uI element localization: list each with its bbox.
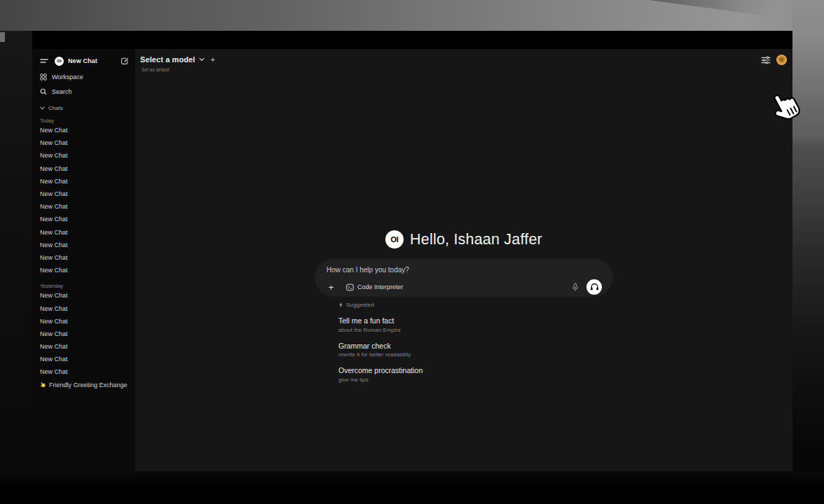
desktop: OI New Chat — [0, 0, 824, 504]
chat-list-item[interactable]: New Chat — [40, 264, 129, 276]
message-input[interactable] — [327, 266, 602, 274]
chat-list-yesterday: New ChatNew ChatNew ChatNew ChatNew Chat… — [40, 289, 129, 378]
microphone-icon[interactable] — [572, 283, 579, 292]
headphones-icon — [590, 283, 599, 291]
wave-emoji-icon — [40, 382, 46, 388]
suggested-section: Suggested Tell me a fun fact about the R… — [338, 302, 612, 383]
sidebar-item-workspace[interactable]: Workspace — [40, 72, 129, 81]
chat-list-item[interactable]: New Chat — [40, 328, 129, 340]
suggestion-item[interactable]: Tell me a fun fact about the Roman Empir… — [338, 316, 612, 333]
chat-list-item[interactable]: New Chat — [40, 302, 129, 314]
code-interpreter-label: Code Interpreter — [357, 284, 404, 290]
code-interpreter-icon — [346, 284, 354, 291]
new-chat-icon[interactable] — [121, 57, 129, 65]
chat-list-item[interactable]: New Chat — [40, 175, 129, 188]
app-window: OI New Chat — [32, 31, 792, 471]
app-logo-text: OI — [57, 59, 61, 63]
desktop-backdrop-right — [792, 0, 824, 504]
chat-list-item[interactable]: New Chat — [40, 340, 129, 353]
sidebar-toggle-icon[interactable] — [40, 57, 48, 64]
suggestion-item[interactable]: Grammar check rewrite it for better read… — [338, 342, 612, 358]
greeting-text: Hello, Ishaan Jaffer — [410, 231, 542, 248]
chat-list-item[interactable]: New Chat — [40, 226, 129, 239]
suggestion-subtitle: about the Roman Empire — [338, 327, 612, 333]
controls-sliders-icon[interactable] — [761, 56, 771, 64]
main-panel: Select a model + Set as default — [135, 49, 792, 471]
chevron-down-icon — [40, 106, 45, 110]
chat-list-item[interactable]: New Chat — [40, 289, 129, 302]
chat-list-today: New ChatNew ChatNew ChatNew ChatNew Chat… — [40, 124, 129, 276]
suggestion-list: Tell me a fun fact about the Roman Empir… — [338, 316, 612, 383]
app-logo-text: OI — [391, 235, 399, 244]
chat-list-item[interactable]: New Chat — [40, 200, 129, 213]
chat-list-item[interactable]: New Chat — [40, 162, 129, 175]
suggestion-title: Tell me a fun fact — [338, 316, 612, 325]
desktop-backdrop-chip — [0, 32, 5, 42]
suggestion-subtitle: give me tips — [338, 377, 612, 383]
model-selector[interactable]: Select a model + — [140, 55, 215, 64]
suggestion-item[interactable]: Overcome procrastination give me tips — [338, 366, 612, 383]
chat-list-item[interactable]: New Chat — [40, 213, 129, 225]
code-interpreter-toggle[interactable]: Code Interpreter — [346, 284, 404, 291]
app-logo: OI — [55, 57, 64, 66]
user-avatar[interactable] — [776, 55, 787, 65]
window-titlebar — [32, 31, 792, 49]
chat-list-item[interactable]: New Chat — [40, 188, 129, 200]
sidebar-item-search[interactable]: Search — [40, 87, 129, 96]
sidebar-title: New Chat — [68, 57, 97, 64]
desktop-backdrop-bottom — [0, 471, 824, 504]
sidebar-item-label: Workspace — [52, 74, 83, 80]
voice-call-button[interactable] — [586, 279, 602, 295]
chat-list-item-friendly-greeting[interactable]: Friendly Greeting Exchange — [40, 379, 129, 391]
chat-list-item[interactable]: New Chat — [40, 149, 129, 162]
chat-list-item[interactable]: New Chat — [40, 251, 129, 264]
greeting-row: OI Hello, Ishaan Jaffer — [315, 229, 612, 250]
attach-button[interactable]: + — [327, 283, 336, 292]
sidebar-item-label: Search — [52, 88, 72, 95]
chat-list-item[interactable]: New Chat — [40, 136, 129, 149]
chat-list-item[interactable]: New Chat — [40, 353, 129, 365]
search-icon — [40, 88, 47, 95]
bolt-icon — [338, 302, 343, 308]
chat-title: Friendly Greeting Exchange — [49, 382, 128, 388]
chats-section-label: Chats — [48, 105, 63, 111]
chat-list-item[interactable]: New Chat — [40, 315, 129, 328]
message-composer: + Code Interpreter — [315, 259, 612, 296]
chat-list-item[interactable]: New Chat — [40, 124, 129, 136]
workspace-icon — [40, 74, 47, 80]
desktop-backdrop-left — [0, 31, 32, 471]
chat-list-item[interactable]: New Chat — [40, 239, 129, 251]
suggestion-subtitle: rewrite it for better readability — [338, 351, 612, 358]
model-selector-label: Select a model — [140, 55, 195, 64]
chat-group-label-today: Today — [40, 117, 129, 124]
chat-group-label-yesterday: Yesterday — [40, 282, 129, 289]
app-logo-large: OI — [385, 230, 404, 248]
chevron-down-icon — [199, 57, 205, 62]
suggestion-title: Grammar check — [338, 342, 612, 350]
chats-section-header[interactable]: Chats — [40, 105, 129, 111]
chat-list-item[interactable]: New Chat — [40, 365, 129, 378]
suggested-label: Suggested — [346, 302, 374, 308]
sidebar: OI New Chat — [32, 49, 135, 471]
set-as-default-button[interactable]: Set as default — [142, 67, 170, 72]
add-model-button[interactable]: + — [210, 55, 214, 64]
suggestion-title: Overcome procrastination — [338, 366, 612, 374]
